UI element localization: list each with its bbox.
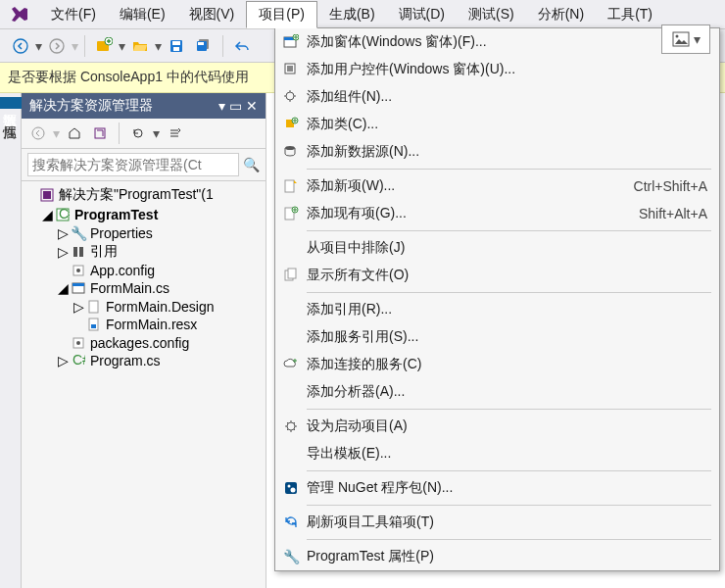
- floating-image-selector[interactable]: ▾: [661, 24, 710, 54]
- expand-icon[interactable]: ▷: [57, 227, 69, 239]
- menu-add-data-source[interactable]: 添加新数据源(N)...: [275, 138, 719, 166]
- tree-formmain-resx[interactable]: FormMain.resx: [72, 316, 264, 333]
- tree-label: ProgramTest: [74, 207, 158, 222]
- expand-icon[interactable]: ▷: [57, 246, 69, 258]
- pin-icon[interactable]: ▭: [229, 98, 242, 114]
- csharp-project-icon: C#: [55, 207, 71, 222]
- chevron-down-icon[interactable]: ▾: [72, 38, 78, 54]
- menu-tools[interactable]: 工具(T): [596, 2, 664, 27]
- menu-refresh-toolbox[interactable]: 刷新项目工具箱项(T): [275, 509, 719, 536]
- menu-add-winform[interactable]: 添加窗体(Windows 窗体)(F)...: [275, 28, 719, 56]
- chevron-down-icon[interactable]: ▾: [155, 38, 162, 54]
- csharp-file-icon: C#: [71, 353, 86, 368]
- menu-label: 刷新项目工具箱项(T): [307, 514, 707, 531]
- collapse-icon[interactable]: ◢: [57, 282, 69, 294]
- expand-icon[interactable]: ▷: [57, 355, 69, 367]
- solution-explorer-title: 解决方案资源管理器: [29, 97, 153, 115]
- menu-project[interactable]: 项目(P): [246, 1, 317, 28]
- nav-back-button[interactable]: [8, 33, 33, 59]
- save-all-button[interactable]: [191, 33, 217, 59]
- chevron-down-icon[interactable]: ▾: [35, 38, 42, 54]
- menu-build[interactable]: 生成(B): [317, 2, 387, 27]
- chevron-down-icon[interactable]: ▾: [53, 125, 60, 141]
- tree-properties[interactable]: ▷🔧Properties: [57, 224, 264, 242]
- tree-label: 解决方案"ProgramTest"(1: [59, 186, 214, 204]
- tree-formmain-designer[interactable]: ▷FormMain.Design: [72, 298, 264, 316]
- tree-packages[interactable]: packages.config: [57, 334, 264, 352]
- menu-set-startup[interactable]: 设为启动项目(A): [275, 413, 719, 440]
- component-icon: [283, 89, 299, 105]
- search-icon[interactable]: 🔍: [243, 157, 260, 172]
- menu-add-component[interactable]: 添加组件(N)...: [275, 83, 719, 111]
- menu-label: 管理 NuGet 程序包(N)...: [307, 479, 707, 497]
- solution-tree: 解决方案"ProgramTest"(1 ◢ C# ProgramTest ▷🔧P…: [22, 181, 266, 588]
- new-project-button[interactable]: [91, 33, 117, 59]
- wrench-icon: 🔧: [71, 225, 86, 241]
- menu-show-all-files[interactable]: 显示所有文件(O): [275, 262, 719, 289]
- svg-rect-21: [72, 283, 84, 286]
- sln-sync-button[interactable]: [89, 122, 111, 144]
- references-icon: [71, 244, 86, 260]
- tree-program[interactable]: ▷C#Program.cs: [57, 352, 264, 369]
- refresh-icon: [283, 514, 299, 530]
- sln-refresh-button[interactable]: [127, 122, 149, 144]
- tree-appconfig[interactable]: App.config: [57, 262, 264, 279]
- dropdown-icon[interactable]: ▾: [218, 98, 225, 114]
- menu-add-service-ref[interactable]: 添加服务引用(S)...: [275, 323, 719, 351]
- menu-label: 显示所有文件(O): [307, 267, 707, 284]
- menu-add-usercontrol[interactable]: 添加用户控件(Windows 窗体)(U)...: [275, 56, 719, 83]
- menu-add-existing-item[interactable]: 添加现有项(G)...Shift+Alt+A: [275, 200, 719, 227]
- chevron-down-icon[interactable]: ▾: [153, 125, 160, 141]
- existing-item-icon: [283, 206, 299, 221]
- chevron-down-icon[interactable]: ▾: [694, 31, 701, 47]
- menu-analyze[interactable]: 分析(N): [526, 2, 596, 27]
- open-button[interactable]: [127, 33, 153, 59]
- nav-forward-button[interactable]: [44, 33, 70, 59]
- sln-collapse-button[interactable]: [164, 122, 185, 144]
- tree-formmain[interactable]: ◢FormMain.cs: [57, 279, 264, 297]
- menu-label: 添加现有项(G)...: [307, 205, 639, 222]
- gear-icon: [283, 418, 299, 434]
- tree-project[interactable]: ◢ C# ProgramTest: [41, 206, 264, 223]
- undo-button[interactable]: [229, 33, 255, 59]
- tree-label: FormMain.Design: [106, 299, 214, 315]
- menu-label: 添加组件(N)...: [307, 88, 707, 106]
- menu-view[interactable]: 视图(V): [177, 2, 247, 27]
- form-icon: [71, 280, 86, 296]
- save-button[interactable]: [164, 33, 189, 59]
- tree-solution[interactable]: 解决方案"ProgramTest"(1: [25, 185, 264, 205]
- menu-label: 添加用户控件(Windows 窗体)(U)...: [307, 61, 707, 78]
- menu-add-class[interactable]: 添加类(C)...: [275, 111, 719, 138]
- new-item-icon: [283, 178, 299, 194]
- svg-point-26: [76, 341, 80, 345]
- chevron-down-icon[interactable]: ▾: [119, 38, 125, 54]
- close-icon[interactable]: ✕: [246, 98, 258, 114]
- menu-file[interactable]: 文件(F): [39, 2, 108, 27]
- menu-label: ProgramTest 属性(P): [307, 548, 707, 565]
- project-menu-dropdown: 添加窗体(Windows 窗体)(F)... 添加用户控件(Windows 窗体…: [274, 27, 720, 571]
- menu-add-connected-service[interactable]: 添加连接的服务(C): [275, 351, 719, 378]
- sln-home-button[interactable]: [64, 122, 85, 144]
- menu-test[interactable]: 测试(S): [457, 2, 526, 27]
- menu-export-template[interactable]: 导出模板(E)...: [275, 440, 719, 467]
- svg-rect-32: [287, 66, 293, 72]
- sln-back-button[interactable]: [27, 122, 49, 144]
- solution-explorer-toolbar: ▾ ▾: [22, 119, 266, 149]
- menu-project-properties[interactable]: 🔧ProgramTest 属性(P): [275, 543, 719, 570]
- menu-exclude[interactable]: 从项目中排除(J): [275, 234, 719, 262]
- expand-icon[interactable]: ▷: [72, 301, 84, 313]
- solution-search-input[interactable]: [27, 153, 239, 176]
- menu-add-reference[interactable]: 添加引用(R)...: [275, 296, 719, 323]
- menu-manage-nuget[interactable]: 管理 NuGet 程序包(N)...: [275, 474, 719, 502]
- image-icon: [672, 31, 690, 47]
- menu-edit[interactable]: 编辑(E): [108, 2, 177, 27]
- side-tab-data-source[interactable]: 数据源: [0, 97, 22, 109]
- collapse-icon[interactable]: ◢: [41, 209, 53, 220]
- vs-logo-icon: [10, 5, 29, 24]
- menu-add-new-item[interactable]: 添加新项(W)...Ctrl+Shift+A: [275, 172, 719, 200]
- menu-add-analyzer[interactable]: 添加分析器(A)...: [275, 378, 719, 406]
- side-tab-properties[interactable]: 属性: [0, 109, 22, 121]
- menu-debug[interactable]: 调试(D): [387, 2, 457, 27]
- menu-label: 添加类(C)...: [307, 116, 707, 133]
- tree-references[interactable]: ▷引用: [57, 242, 264, 262]
